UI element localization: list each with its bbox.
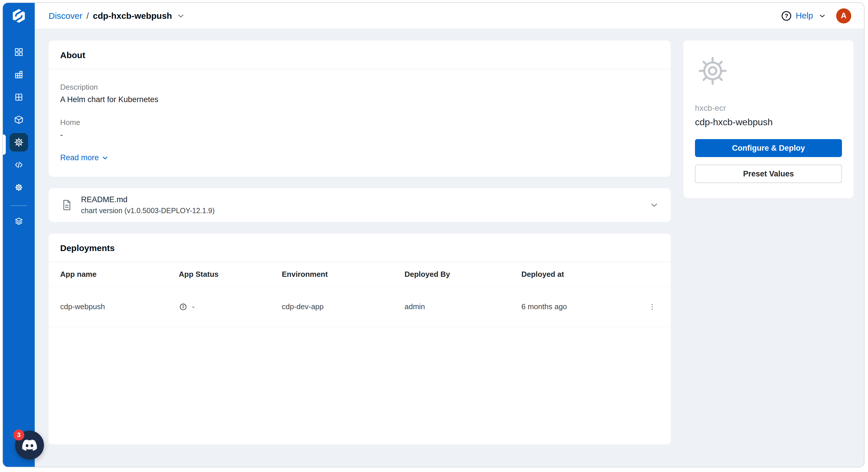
- about-body: Description A Helm chart for Kubernetes …: [49, 69, 671, 177]
- help-label: Help: [796, 11, 813, 21]
- helm-chart-icon: [696, 54, 842, 89]
- cell-environment: cdp-dev-app: [282, 302, 404, 311]
- breadcrumb-discover-link[interactable]: Discover: [49, 11, 83, 21]
- home-value: -: [60, 130, 659, 139]
- column-environment: Environment: [282, 270, 404, 279]
- gear-icon: [14, 183, 24, 192]
- app-window: Discover / cdp-hxcb-webpush ? Help A: [2, 2, 865, 467]
- breadcrumb-current-chart: cdp-hxcb-webpush: [93, 11, 172, 21]
- sidebar-item-chart-store[interactable]: [9, 133, 28, 152]
- right-column: hxcb-ecr cdp-hxcb-webpush Configure & De…: [683, 40, 854, 467]
- code-icon: [14, 160, 24, 170]
- discord-icon: [21, 437, 38, 453]
- window-grid-icon: [14, 92, 24, 102]
- help-menu[interactable]: ? Help: [781, 10, 826, 22]
- header-right: ? Help A: [781, 8, 851, 24]
- sidebar-item-jobs[interactable]: [9, 65, 28, 84]
- about-card: About Description A Helm chart for Kuber…: [49, 40, 671, 177]
- about-title: About: [49, 40, 671, 69]
- sidebar-nav: [9, 43, 28, 235]
- cell-deployed-by: admin: [404, 302, 521, 311]
- chart-dropdown-chevron-icon[interactable]: [177, 11, 185, 20]
- home-label: Home: [60, 118, 659, 127]
- main-column: Discover / cdp-hxcb-webpush ? Help A: [35, 3, 864, 467]
- document-icon: [60, 198, 73, 212]
- avatar-initial: A: [841, 11, 846, 20]
- left-column: About Description A Helm chart for Kuber…: [49, 40, 671, 467]
- devtron-logo-icon: [11, 8, 27, 24]
- chart-name: cdp-hxcb-webpush: [695, 117, 842, 128]
- column-deployed-by: Deployed By: [404, 270, 521, 279]
- helm-wheel-icon: [13, 137, 24, 148]
- header: Discover / cdp-hxcb-webpush ? Help A: [35, 3, 864, 29]
- readme-title: README.md: [81, 195, 215, 204]
- read-more-link[interactable]: Read more: [60, 153, 109, 162]
- deployments-card: Deployments App name App Status Environm…: [49, 233, 671, 444]
- sidebar-divider: [11, 206, 27, 206]
- preset-values-button[interactable]: Preset Values: [695, 164, 842, 183]
- notification-badge: 3: [13, 430, 24, 440]
- readme-expand-chevron-icon[interactable]: [649, 200, 659, 210]
- chevron-down-icon: [101, 154, 109, 162]
- readme-chart-version: chart version (v1.0.5003-DEPLOY-12.1.9): [81, 207, 215, 215]
- column-app-name: App name: [60, 270, 179, 279]
- deployments-table-header: App name App Status Environment Deployed…: [49, 262, 671, 287]
- cell-app-name: cdp-webpush: [60, 302, 179, 311]
- sidebar: [3, 3, 35, 467]
- sidebar-item-application-groups[interactable]: [9, 88, 28, 106]
- configure-deploy-button[interactable]: Configure & Deploy: [695, 139, 842, 157]
- deployment-row[interactable]: cdp-webpush - cdp-dev-app admin 6 months…: [49, 287, 671, 327]
- chart-info-panel: hxcb-ecr cdp-hxcb-webpush Configure & De…: [683, 40, 854, 198]
- devtron-logo[interactable]: [3, 3, 35, 29]
- svg-text:?: ?: [785, 12, 788, 19]
- chart-repo-name: hxcb-ecr: [695, 103, 842, 113]
- sidebar-item-global-configurations[interactable]: [9, 178, 28, 197]
- column-deployed-at: Deployed at: [521, 270, 645, 279]
- sidebar-item-stack-manager[interactable]: [9, 212, 28, 231]
- sidebar-notch: [2, 134, 6, 155]
- stack-layers-icon: [14, 217, 24, 226]
- info-icon[interactable]: [179, 303, 187, 311]
- discord-chat-button[interactable]: 3: [15, 431, 44, 460]
- sidebar-item-applications[interactable]: [9, 43, 28, 61]
- column-app-status: App Status: [179, 270, 282, 279]
- readme-card[interactable]: README.md chart version (v1.0.5003-DEPLO…: [49, 188, 671, 222]
- sidebar-item-resource-browser[interactable]: [9, 111, 28, 129]
- cell-app-status: -: [179, 302, 282, 311]
- jobs-grid-icon: [14, 70, 24, 80]
- help-icon: ?: [781, 10, 792, 22]
- cube-icon: [14, 115, 24, 125]
- deployments-title: Deployments: [49, 233, 671, 262]
- description-label: Description: [60, 83, 659, 92]
- sidebar-item-code[interactable]: [9, 156, 28, 174]
- readme-text: README.md chart version (v1.0.5003-DEPLO…: [81, 195, 215, 215]
- apps-grid-icon: [14, 47, 24, 57]
- cell-deployed-at: 6 months ago: [521, 302, 645, 311]
- read-more-label: Read more: [60, 153, 99, 162]
- chevron-down-icon: [818, 12, 826, 20]
- breadcrumb-separator: /: [87, 11, 89, 21]
- content: About Description A Helm chart for Kuber…: [35, 29, 864, 467]
- breadcrumb: Discover / cdp-hxcb-webpush: [49, 11, 185, 21]
- status-value: -: [192, 302, 195, 311]
- description-value: A Helm chart for Kubernetes: [60, 95, 659, 104]
- avatar[interactable]: A: [836, 8, 851, 24]
- row-menu-kebab-icon[interactable]: [645, 303, 659, 311]
